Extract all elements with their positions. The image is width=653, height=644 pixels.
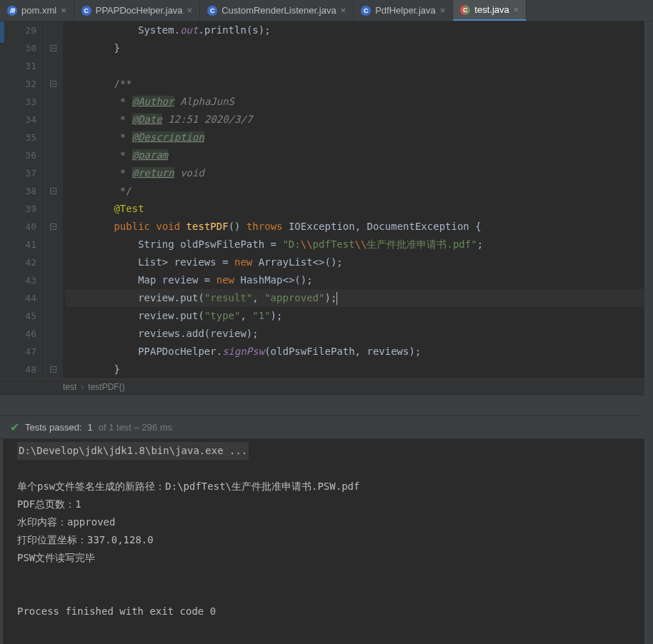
code-line[interactable]: * @Author AlphaJunS: [66, 93, 653, 111]
code-line[interactable]: List> reviews = new ArrayList<>();: [66, 253, 653, 271]
line-number[interactable]: 30: [0, 39, 36, 57]
code-line[interactable]: * @return void: [66, 164, 653, 182]
code-line[interactable]: review.put("result", "approved");: [66, 289, 653, 307]
file-icon: m: [7, 6, 17, 16]
chevron-right-icon: ›: [81, 382, 84, 392]
file-icon: C: [207, 6, 217, 16]
code-line[interactable]: String oldPswFilePath = "D:\\pdfTest\\生产…: [66, 236, 653, 253]
ide-root: mpom.xml×CPPAPDocHelper.java×CCustomRend…: [0, 0, 653, 644]
line-number[interactable]: 32: [0, 75, 36, 93]
line-number[interactable]: 40↻: [0, 218, 36, 236]
line-number[interactable]: 47: [0, 343, 36, 361]
console-output[interactable]: D:\Develop\jdk\jdk1.8\bin\java.exe ... 单…: [0, 439, 653, 644]
code-line[interactable]: [66, 57, 653, 75]
tests-passed-label: Tests passed:: [25, 422, 82, 433]
line-number[interactable]: 29: [0, 21, 36, 39]
close-icon[interactable]: ×: [514, 5, 519, 14]
tab-label: pom.xml: [21, 5, 56, 16]
fold-toggle-icon[interactable]: [50, 223, 56, 230]
tests-passed-count: 1: [88, 422, 93, 433]
tests-passed-suffix: of 1 test – 296 ms: [99, 422, 172, 433]
check-icon: ✔: [10, 421, 19, 434]
fold-toggle-icon[interactable]: [50, 366, 56, 373]
tab-label: PPAPDocHelper.java: [96, 5, 183, 16]
line-number[interactable]: 38: [0, 182, 36, 200]
line-number[interactable]: 39: [0, 200, 36, 218]
code-line[interactable]: System.out.println(s);: [66, 21, 653, 39]
code-line[interactable]: }: [66, 361, 653, 378]
line-number[interactable]: 42: [0, 253, 36, 271]
tab-CustomRenderListener-java[interactable]: CCustomRenderListener.java×: [200, 0, 354, 21]
code-line[interactable]: Map review = new HashMap<>();: [66, 271, 653, 289]
line-number[interactable]: 48: [0, 361, 36, 378]
close-icon[interactable]: ×: [61, 6, 66, 15]
breadcrumb[interactable]: test › testPDF(): [0, 378, 653, 395]
line-number[interactable]: 46: [0, 325, 36, 343]
fold-column: [46, 21, 63, 378]
fold-toggle-icon[interactable]: [50, 188, 56, 194]
line-number[interactable]: 34: [0, 111, 36, 129]
code-line[interactable]: }: [66, 39, 653, 57]
file-icon: C: [361, 6, 371, 16]
code-line[interactable]: @Test: [66, 200, 653, 218]
code-area[interactable]: System.out.println(s); } /** * @Author A…: [63, 21, 653, 378]
fold-toggle-icon[interactable]: [50, 45, 56, 51]
fold-toggle-icon[interactable]: [50, 81, 56, 87]
line-number[interactable]: 41: [0, 236, 36, 253]
line-number[interactable]: 31: [0, 57, 36, 75]
breadcrumb-method[interactable]: testPDF(): [88, 382, 124, 392]
code-line[interactable]: review.put("type", "1");: [66, 307, 653, 325]
tab-label: PdfHelper.java: [375, 5, 436, 16]
close-icon[interactable]: ×: [341, 6, 347, 15]
line-number[interactable]: 35: [0, 129, 36, 146]
code-line[interactable]: * @Description: [66, 129, 653, 146]
close-icon[interactable]: ×: [440, 6, 446, 15]
editor: 293031323334353637383940↻41424344💡454647…: [0, 21, 653, 378]
line-number[interactable]: 44💡: [0, 289, 36, 307]
line-number[interactable]: 33: [0, 93, 36, 111]
console-command: D:\Develop\jdk\jdk1.8\bin\java.exe ...: [17, 442, 249, 460]
code-line[interactable]: * @param: [66, 146, 653, 164]
tab-label: test.java: [474, 4, 509, 15]
code-line[interactable]: * @Date 12:51 2020/3/7: [66, 111, 653, 129]
tab-pom-xml[interactable]: mpom.xml×: [0, 0, 74, 21]
close-icon[interactable]: ×: [187, 6, 193, 15]
test-status-bar: ✔ Tests passed: 1 of 1 test – 296 ms: [0, 416, 653, 439]
tab-PPAPDocHelper-java[interactable]: CPPAPDocHelper.java×: [74, 0, 200, 21]
tab-PdfHelper-java[interactable]: CPdfHelper.java×: [354, 0, 453, 21]
line-number[interactable]: 43: [0, 271, 36, 289]
code-line[interactable]: public void testPDF() throws IOException…: [66, 218, 653, 236]
code-line[interactable]: PPAPDocHelper.signPsw(oldPswFilePath, re…: [66, 343, 653, 361]
scrollbar[interactable]: [644, 21, 653, 644]
code-line[interactable]: /**: [66, 75, 653, 93]
tab-test-java[interactable]: Ctest.java×: [453, 0, 527, 21]
gutter: 293031323334353637383940↻41424344💡454647…: [0, 21, 46, 378]
code-line[interactable]: */: [66, 182, 653, 200]
breadcrumb-class[interactable]: test: [63, 382, 76, 392]
line-number[interactable]: 37: [0, 164, 36, 182]
tab-label: CustomRenderListener.java: [221, 5, 336, 16]
file-icon: C: [81, 6, 91, 16]
line-number[interactable]: 45: [0, 307, 36, 325]
file-icon: C: [460, 5, 470, 15]
line-number[interactable]: 36: [0, 146, 36, 164]
tool-window-dragbar[interactable]: [0, 395, 653, 416]
tab-bar: mpom.xml×CPPAPDocHelper.java×CCustomRend…: [0, 0, 653, 21]
code-line[interactable]: reviews.add(review);: [66, 325, 653, 343]
